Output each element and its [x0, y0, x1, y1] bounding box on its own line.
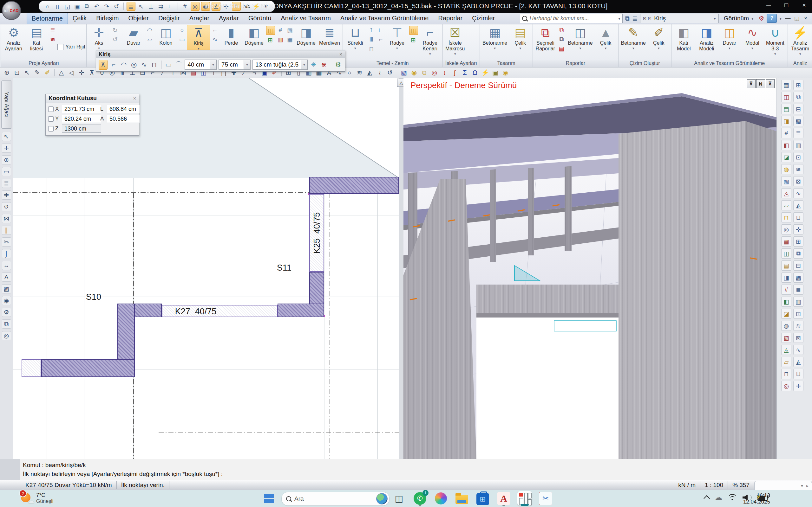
iskele-makrosu-button[interactable]: ☒İskeleMakrosu▾ [444, 25, 467, 59]
view-window-button-2[interactable]: N [756, 79, 765, 88]
menu-ayarlar[interactable]: Ayarlar [214, 13, 244, 23]
menu-g-r-nt-[interactable]: Görüntü [244, 13, 276, 23]
menu--elik[interactable]: Çelik [68, 13, 91, 23]
cloud-icon[interactable]: ≋ [355, 68, 364, 77]
baslik-icon[interactable]: ⊓ [367, 44, 375, 53]
paint-icon[interactable]: ▧ [400, 68, 408, 77]
poly-beam-icon[interactable]: ⌐ [211, 26, 219, 34]
hand-icon[interactable]: ✛ [2, 144, 11, 153]
kat-kes-icon[interactable]: ≋ [49, 35, 57, 43]
whatsapp-button[interactable]: ✆1 [413, 491, 427, 506]
rapor-pdf-icon[interactable]: ▤ [557, 44, 565, 53]
circular-beam-icon[interactable]: ◎ [130, 60, 138, 69]
rotate2-icon[interactable]: ↺ [386, 68, 394, 77]
snipping-tool-button[interactable]: ✂ [538, 491, 553, 506]
layers3-icon[interactable]: ⧉ [420, 68, 428, 77]
wall-material-select[interactable]: 13 cm tuğla (2.5▾ [252, 60, 308, 70]
undo-list-icon[interactable]: ↺ [112, 2, 120, 10]
secmeli-raporlar-button[interactable]: ⧉SeçmeliRaporlar [534, 25, 557, 59]
idecad-logo[interactable]: ideCAD [2, 1, 21, 20]
mdi-minimize-icon[interactable]: — [784, 15, 792, 22]
dropdown-icon[interactable]: ▾ [210, 60, 216, 69]
view-tool-27-icon[interactable]: ▦ [781, 236, 792, 246]
view-window-button-3[interactable]: ⊼ [766, 79, 774, 88]
surekli-temel-button[interactable]: ⊔Sürekli▾ [344, 25, 367, 59]
view-tool-49-icon[interactable]: ⊓ [781, 369, 792, 379]
view-tool-50-icon[interactable]: ⊔ [793, 369, 803, 379]
coord-l-input[interactable]: 608.84 cm [107, 105, 140, 113]
taskbar-search[interactable]: Ara [281, 492, 390, 506]
view-tool-39-icon[interactable]: ◪ [781, 308, 792, 319]
view-tool-5-icon[interactable]: ▤ [781, 104, 792, 114]
spring-icon[interactable]: ≀ [375, 68, 384, 77]
view-tool-13-icon[interactable]: ◪ [781, 152, 792, 162]
section-size-icon[interactable]: ▭ [164, 60, 172, 69]
view-tool-20-icon[interactable]: ∿ [793, 188, 803, 199]
layer-combo[interactable]: ⊠ ⊡ Kiriş ▾ [640, 14, 719, 23]
mdi-restore-icon[interactable]: ◱ [793, 15, 801, 22]
taskbar-clock[interactable]: 16:13 12.04.2025 [743, 493, 770, 505]
circle-column-icon[interactable]: ○ [178, 26, 186, 34]
arc-beam-icon[interactable]: ◠ [119, 60, 128, 69]
view-tool-37-icon[interactable]: ◧ [781, 297, 792, 307]
duvar-goruntule-button[interactable]: ◫Duvar▾ [718, 25, 741, 59]
coordinate-box-header[interactable]: Koordinat Kutusu × [46, 94, 139, 103]
view-window-button-1[interactable]: ⊽ [747, 79, 756, 88]
close-icon[interactable]: × [339, 52, 342, 57]
rapor-yenile-icon[interactable]: ⧉ [557, 35, 565, 43]
new-file-icon[interactable]: ▯ [53, 2, 61, 10]
notch-icon-2[interactable]: ▸ [806, 483, 809, 488]
view-tool-19-icon[interactable]: ◬ [781, 188, 792, 199]
view-tool-48-icon[interactable]: ◭ [793, 357, 803, 367]
view-tool-22-icon[interactable]: ◭ [793, 200, 803, 210]
radye-aks-icon[interactable]: ⊞ [409, 36, 417, 44]
view-tool-15-icon[interactable]: ◍ [781, 164, 792, 174]
customize-icon[interactable]: ⚙ [759, 14, 764, 22]
cizim-betonarme-button[interactable]: ✎Betonarme▾ [619, 25, 647, 59]
coord-z-input[interactable]: 1300 cm [62, 124, 101, 133]
binocular-icon[interactable]: ◎ [2, 331, 11, 340]
view-tool-21-icon[interactable]: ▱ [781, 200, 792, 210]
kati-model-button[interactable]: ◧KatıModel [672, 25, 695, 59]
view-tool-4-icon[interactable]: ⧉ [793, 92, 803, 102]
askı-icon[interactable]: ⌐ [377, 35, 385, 43]
note-icon[interactable]: ✐ [43, 68, 52, 77]
poly-column-icon[interactable]: ▭ [178, 35, 186, 43]
beam-width-select[interactable]: 40 cm▾ [185, 60, 217, 70]
menu-analiz-ve-tasar-m[interactable]: Analiz ve Tasarım [276, 13, 335, 23]
start-button[interactable] [264, 494, 274, 503]
flash2-icon[interactable]: ⚡ [481, 68, 490, 77]
task-view-button[interactable]: ◫ [392, 491, 406, 506]
status-scale[interactable]: 1 : 100 [700, 481, 728, 489]
window-icon[interactable]: ▭ [2, 167, 11, 176]
view-tool-29-icon[interactable]: ◫ [781, 248, 792, 259]
home-icon[interactable]: ⌂ [44, 2, 52, 10]
view-tool-36-icon[interactable]: ≣ [793, 285, 803, 295]
idecad-active-button[interactable] [517, 491, 532, 506]
zoom-window-icon[interactable]: ⊕ [3, 68, 11, 77]
coord-z-checkbox[interactable] [48, 126, 54, 131]
offset-icon[interactable]: ∥ [2, 226, 11, 235]
corner-icon[interactable]: ∟ [166, 2, 175, 10]
menu-analiz-ve-tasar-m-g-r-nt-leme[interactable]: Analiz ve Tasarım Görüntüleme [336, 13, 434, 23]
menu-de-i-tir[interactable]: Değiştir [154, 13, 185, 23]
kat-ekle-icon[interactable]: ≣ [49, 26, 57, 34]
layers4-icon[interactable]: ≣ [2, 179, 11, 188]
endpoint-snap-icon[interactable]: ◎ [191, 2, 200, 11]
beam-settings-icon[interactable]: ⚙ [334, 60, 342, 69]
stack-icon[interactable]: ⧉ [2, 320, 11, 329]
snap-break-icon[interactable]: ⋇ [320, 60, 328, 69]
undo-icon[interactable]: ↶ [93, 2, 101, 10]
zoom3-icon[interactable]: ⊕ [2, 155, 11, 164]
view-tool-31-icon[interactable]: ▤ [781, 261, 792, 271]
file-explorer-button[interactable] [455, 491, 469, 506]
view-tool-44-icon[interactable]: ⊠ [793, 333, 803, 343]
view-combo[interactable]: Görünüm ▾ [721, 14, 756, 23]
move-icon[interactable]: ✛ [78, 68, 86, 77]
edit-icon[interactable]: ↖ [23, 68, 32, 77]
yari-rijit-checkbox[interactable]: Yarı Rijit [57, 44, 85, 50]
notch-icon-1[interactable]: ▾ [801, 483, 803, 488]
analiz-tasarim-button[interactable]: ⚡AnalizTasarım▾ [789, 25, 812, 59]
measure2-icon[interactable]: ⌡ [2, 249, 11, 258]
view-tool-42-icon[interactable]: ≋ [793, 321, 803, 331]
